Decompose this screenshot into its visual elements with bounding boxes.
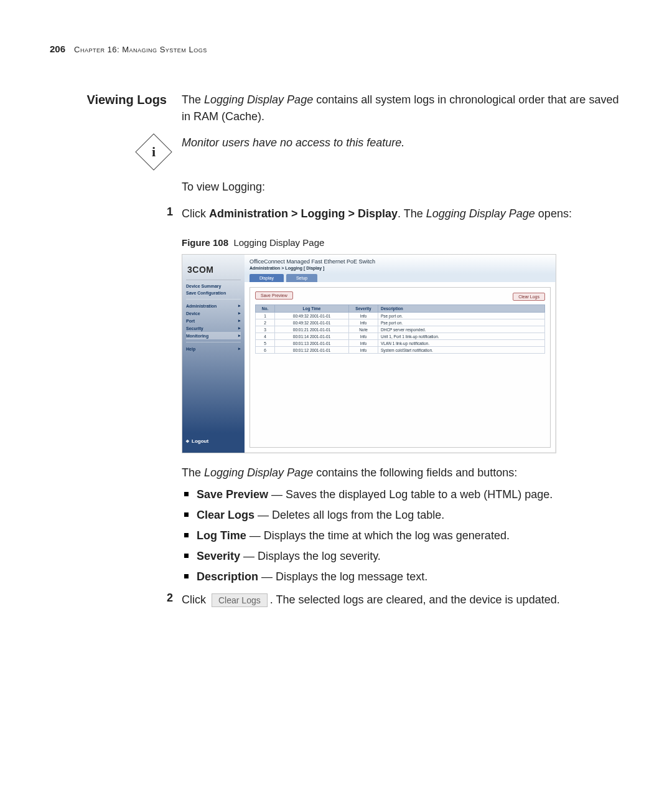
intro-prefix: The <box>182 93 204 106</box>
page: 206 Chapter 16: Managing System Logs Vie… <box>0 0 672 807</box>
chevron-right-icon: ▸ <box>238 303 241 308</box>
ss-save-config[interactable]: Save Configuration <box>186 290 241 296</box>
section-heading: Viewing Logs <box>37 92 167 107</box>
ss-product-title: OfficeConnect Managed Fast Ethernet PoE … <box>250 258 551 265</box>
fi-pagename: Logging Display Page <box>204 466 313 479</box>
ss-table-header-row: No. Log Time Severity Description <box>256 305 545 313</box>
ss-nav-device[interactable]: Device▸ <box>186 309 241 317</box>
ss-log-table: No. Log Time Severity Description 100:49… <box>255 304 545 354</box>
clear-logs-inline-button[interactable]: Clear Logs <box>212 593 268 607</box>
ss-table-row: 500:01:13 2001-01-01InfoVLAN 1 link-up n… <box>256 340 545 347</box>
step1-pagename: Logging Display Page <box>426 207 535 220</box>
fields-intro: The Logging Display Page contains the fo… <box>182 465 630 481</box>
ss-nav-label: Monitoring <box>186 334 208 338</box>
ss-th-no: No. <box>256 305 275 313</box>
step2-after: . The selected logs are cleared, and the… <box>270 593 560 606</box>
ss-td-sev: Info <box>349 347 378 354</box>
ss-th-sev: Severity <box>349 305 378 313</box>
figure-caption: Figure 108 Logging Display Page <box>182 237 630 248</box>
ss-td-time: 00:01:14 2001-01-01 <box>275 333 349 340</box>
ss-save-preview-button[interactable]: Save Preview <box>255 291 293 300</box>
logout-icon: ⎆ <box>186 438 189 444</box>
to-view-text: To view Logging: <box>182 179 630 196</box>
step2-number: 2 <box>164 592 173 605</box>
step-1: 1 Click Administration > Logging > Displ… <box>164 205 630 222</box>
ss-nav-port[interactable]: Port▸ <box>186 317 241 324</box>
ss-td-no: 5 <box>256 340 275 347</box>
ss-td-sev: Info <box>349 333 378 340</box>
chevron-right-icon: ▸ <box>238 311 241 316</box>
chapter-title: Chapter 16: Managing System Logs <box>74 45 207 54</box>
list-item: Save Preview — Saves the displayed Log t… <box>197 486 630 503</box>
ss-td-no: 6 <box>256 347 275 354</box>
figure-number: Figure 108 <box>182 237 228 248</box>
ss-nav-label: Help <box>186 347 195 351</box>
fi-prefix: The <box>182 466 204 479</box>
ss-td-desc: System coldStart notification. <box>378 347 545 354</box>
section-row: Viewing Logs The Logging Display Page co… <box>37 92 635 125</box>
ss-nav-security[interactable]: Security▸ <box>186 324 241 332</box>
ss-td-time: 00:01:21 2001-01-01 <box>275 326 349 333</box>
ss-td-time: 00:01:12 2001-01-01 <box>275 347 349 354</box>
list-item-term: Description <box>197 570 258 583</box>
chevron-right-icon: ▸ <box>238 326 241 331</box>
ss-td-desc: VLAN 1 link-up notification. <box>378 340 545 347</box>
step1-row: 1 Click Administration > Logging > Displ… <box>37 199 635 608</box>
ss-logo: 3COM <box>186 258 241 280</box>
ss-td-sev: Info <box>349 340 378 347</box>
ss-td-no: 2 <box>256 319 275 326</box>
step1-after: . The <box>398 207 426 220</box>
list-item-term: Save Preview <box>197 488 268 501</box>
ss-td-sev: Info <box>349 319 378 326</box>
ss-th-time: Log Time <box>275 305 349 313</box>
ss-header: OfficeConnect Managed Fast Ethernet PoE … <box>245 255 556 274</box>
list-item-desc: — Saves the displayed Log table to a web… <box>268 488 553 501</box>
ss-tab-setup[interactable]: Setup <box>286 274 317 282</box>
list-item: Severity — Displays the log severity. <box>197 548 630 565</box>
field-list: Save Preview — Saves the displayed Log t… <box>182 486 630 585</box>
ss-td-no: 3 <box>256 326 275 333</box>
ss-table-row: 300:01:21 2001-01-01NoteDHCP server resp… <box>256 326 545 333</box>
step-2: 2 Click Clear Logs. The selected logs ar… <box>164 592 630 608</box>
list-item-term: Log Time <box>197 529 246 542</box>
ss-main: OfficeConnect Managed Fast Ethernet PoE … <box>245 255 556 453</box>
ss-td-desc: Pse port on. <box>378 313 545 319</box>
ss-td-desc: Pse port on. <box>378 319 545 326</box>
list-item: Clear Logs — Deletes all logs from the L… <box>197 507 630 524</box>
list-item-desc: — Displays the log severity. <box>240 550 381 562</box>
ss-nav-help[interactable]: Help▸ <box>186 345 241 352</box>
ss-table-row: 200:49:32 2001-01-01InfoPse port on. <box>256 319 545 326</box>
ss-tab-display[interactable]: Display <box>250 274 284 282</box>
ss-table-row: 600:01:12 2001-01-01InfoSystem coldStart… <box>256 347 545 354</box>
ss-table-row: 400:01:14 2001-01-01InfoUnit 1, Port 1 l… <box>256 333 545 340</box>
intro-paragraph: The Logging Display Page contains all sy… <box>182 92 630 125</box>
ss-separator <box>186 342 241 342</box>
ss-nav-administration[interactable]: Administration▸ <box>186 302 241 309</box>
chevron-right-icon: ▸ <box>238 333 241 338</box>
step1-opens: opens: <box>535 207 572 220</box>
ss-breadcrumb: Administration > Logging [ Display ] <box>250 266 551 270</box>
ss-nav-label: Security <box>186 326 203 331</box>
ss-td-sev: Info <box>349 313 378 319</box>
step1-click: Click <box>182 207 209 220</box>
step1-path: Administration > Logging > Display <box>209 207 398 220</box>
info-row: i Monitor users have no access to this f… <box>37 136 635 165</box>
chevron-right-icon: ▸ <box>238 346 241 351</box>
ss-td-time: 00:01:13 2001-01-01 <box>275 340 349 347</box>
ss-nav-monitoring[interactable]: Monitoring▸ <box>186 332 241 339</box>
info-note: Monitor users have no access to this fea… <box>182 136 630 149</box>
step1-number: 1 <box>164 205 173 219</box>
to-view-row: To view Logging: <box>37 179 635 196</box>
ss-tabs: Display Setup <box>245 274 556 282</box>
ss-device-summary[interactable]: Device Summary <box>186 283 241 290</box>
ss-clear-logs-button[interactable]: Clear Logs <box>513 293 545 301</box>
page-number: 206 <box>50 44 65 54</box>
figure-title: Logging Display Page <box>233 237 324 248</box>
ss-nav-label: Administration <box>186 304 217 308</box>
list-item-term: Clear Logs <box>197 509 254 521</box>
ss-logout[interactable]: ⎆ Logout <box>186 436 241 449</box>
ss-nav-label: Device <box>186 311 200 316</box>
list-item: Description — Displays the log message t… <box>197 569 630 585</box>
ss-separator <box>186 299 241 300</box>
ss-sidebar: 3COM Device Summary Save Configuration A… <box>182 255 245 453</box>
